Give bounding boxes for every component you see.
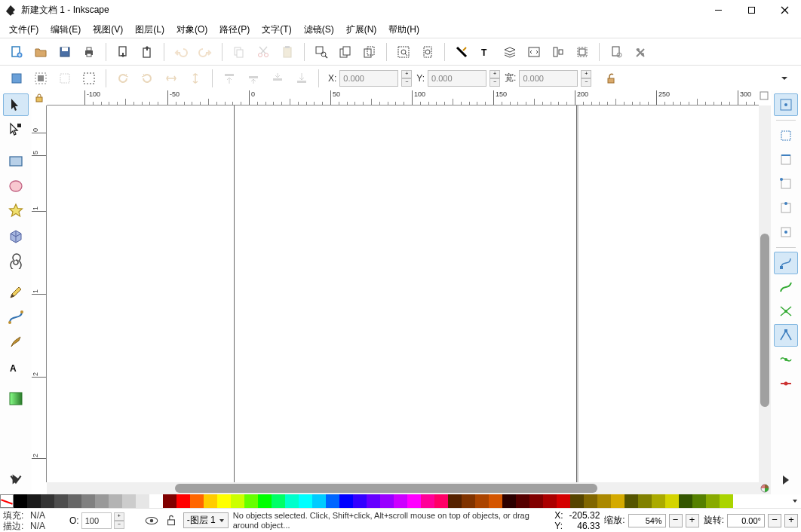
zoom-out-button[interactable]: − [669,514,683,527]
raise-button[interactable] [241,66,265,90]
snap-bbox-corner-button[interactable] [774,173,798,195]
snap-bbox-midpoint-button[interactable] [774,197,798,219]
gradient-tool[interactable] [3,387,29,410]
snap-bbox-edge-button[interactable] [774,148,798,171]
preferences-button[interactable] [628,40,652,64]
palette-swatch[interactable] [244,494,258,508]
snap-smooth-button[interactable] [774,348,798,371]
vertical-scrollbar[interactable] [759,105,771,482]
menu-view[interactable]: 视图(V) [87,22,129,38]
flip-v-button[interactable] [183,66,207,90]
minimize-button[interactable] [701,0,735,21]
menu-object[interactable]: 对象(O) [170,22,213,38]
x-spin-up[interactable]: + [401,70,412,78]
lower-bottom-button[interactable] [290,66,314,90]
palette-swatch[interactable] [706,494,720,508]
snap-cusp-button[interactable] [774,324,798,347]
opacity-input[interactable] [81,512,112,529]
flip-h-button[interactable] [159,66,183,90]
palette-swatch[interactable] [299,494,312,508]
color-managed-button[interactable] [759,482,771,494]
palette-swatch[interactable] [68,494,81,508]
opacity-down[interactable]: − [114,521,124,529]
document-properties-button[interactable] [604,40,628,64]
close-button[interactable] [768,0,801,21]
fill-stroke-button[interactable] [450,40,474,64]
deselect-button[interactable] [53,66,77,90]
snap-midpoint-button[interactable] [774,372,798,395]
menu-path[interactable]: 路径(P) [213,22,256,38]
clone-button[interactable] [358,40,382,64]
palette-swatch[interactable] [190,494,204,508]
layer-lock-button[interactable] [164,513,179,528]
palette-swatch[interactable] [176,494,190,508]
palette-swatch[interactable] [625,494,638,508]
palette-swatch[interactable] [54,494,68,508]
rotate-input[interactable] [727,514,765,527]
palette-swatch[interactable] [149,494,163,508]
y-spin-up[interactable]: + [490,70,500,78]
cut-button[interactable] [251,40,275,64]
circle-tool[interactable] [3,175,29,197]
horizontal-scrollbar[interactable] [47,482,759,494]
palette-swatch[interactable] [489,494,502,508]
palette-swatch[interactable] [272,494,285,508]
vertical-ruler[interactable]: 051122 [32,105,47,482]
redo-button[interactable] [193,40,217,64]
menu-text[interactable]: 文字(T) [256,22,297,38]
save-button[interactable] [53,40,77,64]
ruler-end-button[interactable] [759,90,771,105]
palette-none-swatch[interactable] [0,494,14,508]
palette-swatch[interactable] [231,494,244,508]
palette-swatch[interactable] [516,494,529,508]
pencil-tool[interactable] [3,281,29,304]
maximize-button[interactable] [735,0,768,21]
xml-editor-button[interactable] [522,40,546,64]
box3d-tool[interactable] [3,225,29,247]
snap-node-button[interactable] [774,252,798,274]
undo-button[interactable] [169,40,193,64]
zoom-input[interactable] [628,514,666,527]
toolbar-overflow-button[interactable] [772,66,796,90]
paste-button[interactable] [275,40,299,64]
snapbar-expand-button[interactable] [774,468,798,494]
menu-help[interactable]: 帮助(H) [382,22,425,38]
w-spin-up[interactable]: + [581,70,591,78]
palette-swatch[interactable] [652,494,665,508]
node-tool[interactable] [3,118,29,141]
palette-swatch[interactable] [557,494,570,508]
palette-swatch[interactable] [407,494,421,508]
export-button[interactable] [135,40,159,64]
palette-swatch[interactable] [462,494,475,508]
rotate-ccw-button[interactable] [111,66,135,90]
palette-swatch[interactable] [339,494,353,508]
palette-swatch[interactable] [638,494,652,508]
rectangle-tool[interactable] [3,150,29,173]
lock-guides-button[interactable] [32,90,47,105]
palette-swatch[interactable] [611,494,625,508]
toolbox-expand-button[interactable] [3,466,29,494]
palette-swatch[interactable] [312,494,326,508]
y-input[interactable] [428,70,486,87]
w-input[interactable] [519,70,578,87]
palette-swatch[interactable] [353,494,367,508]
snap-bbox-button[interactable] [774,124,798,147]
palette-swatch[interactable] [434,494,448,508]
snap-path-button[interactable] [774,276,798,298]
import-button[interactable] [111,40,135,64]
palette-swatch[interactable] [475,494,489,508]
zoom-selection-button[interactable] [309,40,333,64]
x-spin-down[interactable]: − [401,78,412,87]
open-button[interactable] [29,40,53,64]
bezier-tool[interactable] [3,306,29,329]
palette-swatch[interactable] [421,494,434,508]
menu-filter[interactable]: 滤镜(S) [298,22,340,38]
horizontal-ruler[interactable]: -100-50050100150200250300 [47,90,759,105]
palette-swatch[interactable] [529,494,543,508]
w-spin-down[interactable]: − [581,78,591,87]
align-dialog-button[interactable] [546,40,570,64]
palette-swatch[interactable] [665,494,679,508]
palette-swatch[interactable] [136,494,149,508]
toggle-selection-button[interactable] [77,66,101,90]
zoom-page-button[interactable] [416,40,440,64]
